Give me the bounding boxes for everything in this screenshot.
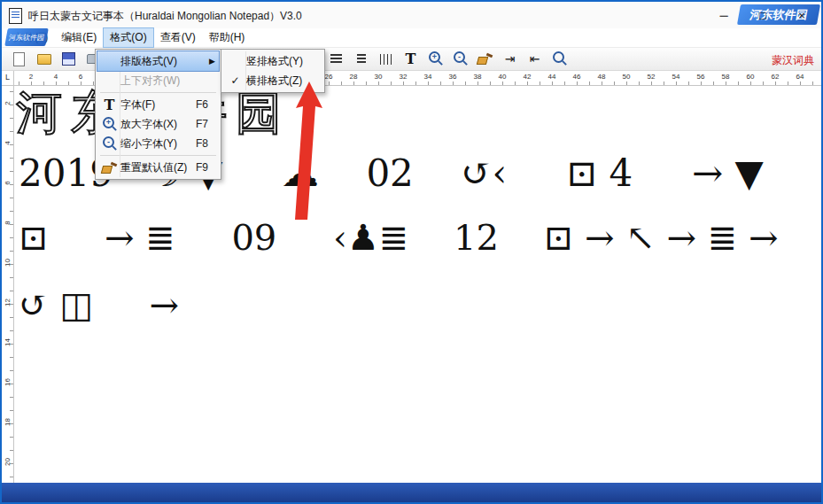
h-ruler-number: 50 (617, 73, 635, 81)
document-text-line: ↺ ◫ → (19, 284, 179, 325)
h-ruler-number: 46 (568, 73, 586, 81)
v-ruler-number: 8 (4, 217, 12, 229)
v-ruler-number: 14 (4, 337, 12, 348)
h-ruler-number: 42 (518, 73, 536, 81)
h-ruler-number: 52 (642, 73, 660, 81)
menu-help[interactable]: 帮助(H) (203, 28, 252, 47)
document-text-line: ⊡ → ≣ 09 ‹♟≣ 12 ⊡ → ↖ → ≣ → 03 (19, 217, 821, 258)
toolbar-file-group (11, 50, 102, 67)
menu-item-zoom-in-font[interactable]: + 放大字体(X) F7 (97, 114, 219, 134)
ruler-marks-icon[interactable] (377, 50, 394, 67)
toolbar-format-group: T + - ⇥ ⇤ (328, 50, 568, 67)
close-button[interactable]: × (782, 2, 821, 28)
h-ruler-number: 40 (493, 73, 511, 81)
window-title: 呼日太蒙古文记事本（Huraldai Mongolian Notepad）V3.… (28, 9, 302, 24)
app-icon (9, 8, 22, 24)
menu-item-reset-default[interactable]: 重置默认值(Z) F9 (97, 158, 219, 177)
save-icon[interactable] (60, 50, 77, 67)
menu-item-layout-format[interactable]: 排版格式(V) ▶ (97, 51, 219, 71)
format-menu-dropdown: 排版格式(V) ▶ 上下对齐(W) T 字体(F) F6 + 放大字体(X) F… (95, 49, 221, 180)
annotation-arrow (285, 80, 331, 223)
minimize-button[interactable]: ─ (704, 2, 743, 28)
app-window: 呼日太蒙古文记事本（Huraldai Mongolian Notepad）V3.… (0, 0, 823, 504)
v-ruler-number: 16 (4, 376, 12, 388)
reset-brush-icon (102, 162, 117, 174)
menu-separator (100, 155, 216, 156)
h-ruler-number: 54 (667, 73, 685, 81)
site-watermark-top-left: 河东软件园 (4, 28, 49, 46)
menu-view[interactable]: 查看(V) (154, 28, 202, 47)
center-horizontal-icon[interactable]: ⇤ (526, 50, 543, 67)
h-ruler-number: 56 (692, 73, 710, 81)
v-ruler-number: 4 (4, 137, 12, 149)
h-ruler-number: 48 (593, 73, 610, 81)
title-bar: 呼日太蒙古文记事本（Huraldai Mongolian Notepad）V3.… (2, 2, 821, 28)
h-ruler-number: 36 (444, 73, 462, 81)
font-T-icon: T (105, 97, 115, 113)
v-ruler-number: 20 (4, 456, 12, 468)
menu-item-vertical-format[interactable]: 竖排格式(Y) (223, 51, 322, 71)
h-ruler-number: 58 (717, 73, 734, 81)
vertical-ruler: 2468101214161820 (2, 86, 14, 483)
zoom-out-icon[interactable]: - (452, 50, 469, 67)
check-icon: ✓ (230, 74, 239, 87)
menu-item-zoom-out-font[interactable]: - 缩小字体(Y) F8 (97, 134, 219, 153)
menu-separator (100, 92, 216, 93)
zoom-out-icon: - (102, 136, 117, 151)
menu-item-vertical-align: 上下对齐(W) (97, 71, 219, 90)
h-ruler-number: 60 (741, 73, 759, 81)
v-ruler-number: 10 (4, 257, 12, 268)
submenu-arrow-icon: ▶ (209, 57, 215, 66)
font-button[interactable]: T (402, 50, 419, 67)
h-ruler-number: 6 (72, 73, 89, 81)
menu-item-font[interactable]: T 字体(F) F6 (97, 95, 219, 114)
format-brush-icon[interactable] (477, 50, 493, 67)
zoom-in-icon[interactable]: + (427, 50, 444, 67)
caption-buttons: ─ □ × (704, 2, 821, 28)
menu-bar: 文件(F) 编辑(E) 格式(O) 查看(V) 帮助(H) (2, 28, 821, 48)
maximize-button[interactable]: □ (743, 2, 782, 28)
mongolian-chinese-dictionary-button[interactable]: 蒙汉词典 (772, 53, 814, 68)
status-bar (2, 483, 821, 502)
v-ruler-number: 18 (4, 416, 12, 428)
zoom-in-icon: + (102, 117, 117, 132)
h-ruler-number: 64 (791, 73, 809, 81)
v-ruler-number: 2 (4, 97, 12, 109)
h-ruler-number: 28 (345, 73, 362, 81)
align-left-icon[interactable] (353, 50, 369, 67)
menu-edit[interactable]: 编辑(E) (55, 28, 103, 47)
align-justify-icon[interactable] (328, 50, 345, 67)
new-file-icon[interactable] (11, 50, 27, 67)
h-ruler-number: 34 (419, 73, 437, 81)
h-ruler-number: 2 (22, 73, 40, 81)
find-icon[interactable] (551, 50, 568, 67)
h-ruler-number: 32 (394, 73, 412, 81)
center-vertical-icon[interactable]: ⇥ (501, 50, 518, 67)
h-ruler-number: 30 (369, 73, 387, 81)
ruler-corner-tab-selector[interactable]: L (2, 71, 14, 86)
h-ruler-number: 4 (47, 73, 65, 81)
h-ruler-number: 62 (766, 73, 784, 81)
menu-format[interactable]: 格式(O) (104, 28, 152, 47)
h-ruler-number: 44 (543, 73, 561, 81)
h-ruler-number: 38 (469, 73, 486, 81)
v-ruler-number: 6 (4, 177, 12, 189)
open-folder-icon[interactable] (35, 50, 52, 67)
v-ruler-number: 12 (4, 297, 12, 308)
